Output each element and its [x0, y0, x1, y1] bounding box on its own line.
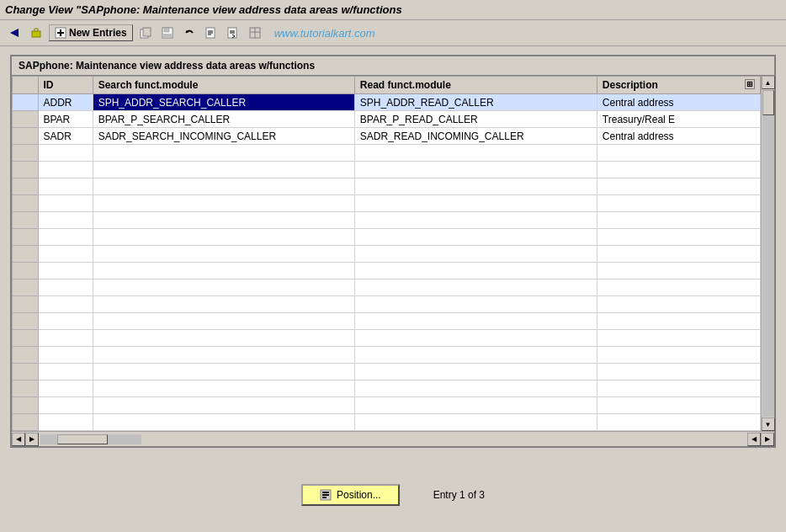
cell-id[interactable] [38, 229, 93, 246]
h-scroll-right-btn2[interactable]: ▶ [25, 433, 39, 446]
cell-description[interactable] [597, 229, 760, 246]
h-scroll-thumb[interactable] [57, 434, 108, 444]
row-selector-cell[interactable] [13, 380, 39, 397]
cell-description[interactable] [597, 279, 760, 296]
row-selector-cell[interactable] [13, 145, 39, 162]
row-selector-cell[interactable] [13, 296, 39, 313]
cell-id[interactable] [38, 279, 93, 296]
cell-read-funct-module[interactable] [354, 195, 597, 212]
row-selector-cell[interactable] [13, 364, 39, 380]
row-selector-cell[interactable] [13, 195, 39, 212]
cell-description[interactable] [597, 212, 760, 229]
cell-description[interactable] [597, 380, 760, 397]
table-row[interactable]: SADRSADR_SEARCH_INCOMING_CALLERSADR_READ… [13, 128, 761, 145]
row-selector-cell[interactable] [13, 246, 39, 263]
cell-id[interactable] [38, 313, 93, 330]
cell-search-funct-module[interactable] [93, 212, 354, 229]
cell-search-funct-module[interactable] [93, 313, 354, 330]
vertical-scrollbar[interactable]: ▲ ▼ [761, 76, 774, 431]
row-selector-cell[interactable] [13, 111, 39, 128]
cell-description[interactable] [597, 296, 760, 313]
cell-id[interactable]: BPAR [38, 111, 93, 128]
cell-id[interactable]: ADDR [38, 94, 93, 111]
cell-id[interactable] [38, 330, 93, 347]
scroll-up-btn[interactable]: ▲ [762, 76, 775, 89]
cell-description[interactable]: Central address [597, 94, 760, 111]
table-row[interactable] [13, 246, 761, 263]
table-row[interactable] [13, 347, 761, 364]
cell-read-funct-module[interactable] [354, 414, 597, 431]
cell-search-funct-module[interactable] [93, 263, 354, 279]
cell-id[interactable] [38, 212, 93, 229]
cell-description[interactable] [597, 397, 760, 414]
table-row[interactable] [13, 279, 761, 296]
cell-search-funct-module[interactable]: SPH_ADDR_SEARCH_CALLER [93, 94, 354, 111]
cell-search-funct-module[interactable]: BPAR_P_SEARCH_CALLER [93, 111, 354, 128]
row-selector-cell[interactable] [13, 162, 39, 178]
cell-id[interactable] [38, 178, 93, 195]
cell-search-funct-module[interactable] [93, 229, 354, 246]
row-selector-cell[interactable] [13, 313, 39, 330]
table-row[interactable] [13, 296, 761, 313]
row-selector-cell[interactable] [13, 347, 39, 364]
cell-id[interactable] [38, 380, 93, 397]
cell-id[interactable] [38, 414, 93, 431]
cell-search-funct-module[interactable] [93, 414, 354, 431]
cell-read-funct-module[interactable] [354, 347, 597, 364]
h-scroll-next-btn[interactable]: ▶ [761, 433, 774, 446]
row-selector-cell[interactable] [13, 178, 39, 195]
cell-search-funct-module[interactable] [93, 296, 354, 313]
cell-description[interactable] [597, 145, 760, 162]
row-selector-cell[interactable] [13, 128, 39, 145]
cell-id[interactable] [38, 397, 93, 414]
table-row[interactable] [13, 212, 761, 229]
copy-icon[interactable] [136, 24, 155, 42]
table-row[interactable] [13, 364, 761, 380]
row-selector-cell[interactable] [13, 279, 39, 296]
cell-read-funct-module[interactable]: SADR_READ_INCOMING_CALLER [354, 128, 597, 145]
cell-id[interactable] [38, 347, 93, 364]
cell-read-funct-module[interactable] [354, 380, 597, 397]
cell-id[interactable] [38, 263, 93, 279]
layout-icon[interactable] [246, 24, 264, 42]
cell-id[interactable] [38, 145, 93, 162]
cell-read-funct-module[interactable] [354, 263, 597, 279]
row-selector-cell[interactable] [13, 229, 39, 246]
cell-read-funct-module[interactable]: BPAR_P_READ_CALLER [354, 111, 597, 128]
cell-id[interactable] [38, 195, 93, 212]
cell-search-funct-module[interactable] [93, 397, 354, 414]
cell-search-funct-module[interactable]: SADR_SEARCH_INCOMING_CALLER [93, 128, 354, 145]
h-scroll-prev-btn[interactable]: ◀ [747, 433, 761, 446]
cell-description[interactable] [597, 246, 760, 263]
cell-id[interactable] [38, 296, 93, 313]
cell-description[interactable] [597, 162, 760, 178]
cell-description[interactable] [597, 313, 760, 330]
find-icon[interactable] [202, 24, 220, 42]
cell-search-funct-module[interactable] [93, 195, 354, 212]
row-selector-cell[interactable] [13, 212, 39, 229]
cell-search-funct-module[interactable] [93, 364, 354, 380]
table-row[interactable] [13, 330, 761, 347]
table-row[interactable] [13, 414, 761, 431]
cell-description[interactable] [597, 364, 760, 380]
table-row[interactable]: BPARBPAR_P_SEARCH_CALLERBPAR_P_READ_CALL… [13, 111, 761, 128]
cell-read-funct-module[interactable] [354, 296, 597, 313]
find-next-icon[interactable] [224, 24, 242, 42]
table-row[interactable] [13, 313, 761, 330]
cell-read-funct-module[interactable] [354, 246, 597, 263]
cell-description[interactable]: Treasury/Real E [597, 111, 760, 128]
cell-search-funct-module[interactable] [93, 380, 354, 397]
cell-description[interactable] [597, 414, 760, 431]
cell-id[interactable]: SADR [38, 128, 93, 145]
cell-search-funct-module[interactable] [93, 162, 354, 178]
row-selector-cell[interactable] [13, 397, 39, 414]
cell-description[interactable] [597, 178, 760, 195]
table-row[interactable] [13, 195, 761, 212]
cell-search-funct-module[interactable] [93, 145, 354, 162]
cell-search-funct-module[interactable] [93, 347, 354, 364]
cell-search-funct-module[interactable] [93, 178, 354, 195]
cell-read-funct-module[interactable] [354, 229, 597, 246]
cell-read-funct-module[interactable] [354, 145, 597, 162]
undo-icon[interactable] [180, 24, 199, 42]
table-row[interactable] [13, 178, 761, 195]
